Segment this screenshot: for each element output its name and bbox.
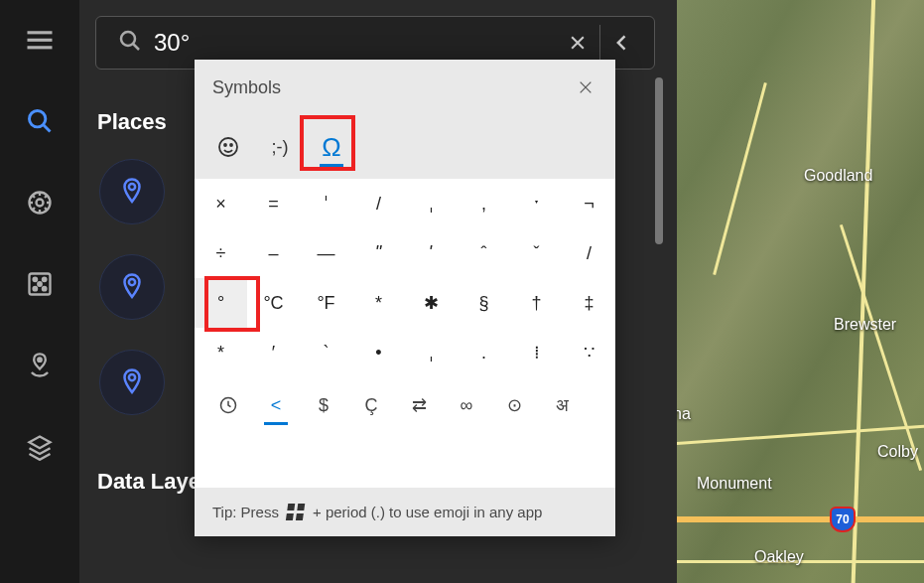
tip-bar: Tip: Press + period (.) to use emoji in … [195,488,615,536]
city-goodland: Goodland [804,167,872,185]
svg-point-11 [38,282,42,286]
symbol-cell[interactable]: ` [300,328,352,377]
tab-symbols[interactable]: Ω [308,123,355,171]
symbol-cell[interactable]: * [352,278,405,328]
popup-header: Symbols [195,60,615,115]
svg-point-3 [30,111,46,127]
svg-point-15 [129,279,135,285]
svg-point-14 [129,184,135,190]
city-colby: Colby [877,443,918,461]
category-geometric[interactable]: ⊙ [490,385,538,425]
category-language[interactable]: अ [538,385,586,425]
windows-key-icon [287,504,305,521]
place-pin[interactable] [99,254,165,320]
highway-shield: 70 [830,507,856,532]
layers-icon[interactable] [20,427,60,467]
symbol-cell[interactable]: ʺ [352,228,405,278]
symbol-cell[interactable]: § [458,278,510,328]
clear-button[interactable] [556,21,599,65]
symbol-cell[interactable]: × [195,179,247,228]
svg-point-13 [121,32,135,46]
map-road [677,516,924,522]
svg-point-19 [230,144,232,146]
symbol-cell[interactable]: * [195,328,247,377]
city-brewster: Brewster [834,316,896,334]
category-recent[interactable] [204,385,252,425]
svg-point-5 [37,200,44,207]
symbol-cell[interactable]: • [352,328,405,377]
map-canvas[interactable]: Goodland Brewster na Monument Colby Oakl… [677,0,924,583]
svg-point-12 [38,358,42,362]
close-button[interactable] [574,75,597,99]
symbol-cell[interactable]: ∵ [563,328,615,377]
symbol-cell[interactable]: °F [300,278,352,328]
symbol-cell[interactable]: . [458,328,510,377]
symbol-cell[interactable]: ˌ [405,328,458,377]
popup-scrollbar-thumb[interactable] [655,77,663,244]
map-road [840,224,922,471]
category-latin[interactable]: Ç [347,385,395,425]
svg-point-7 [34,278,38,282]
symbol-cell[interactable]: ÷ [195,228,247,278]
symbol-cell[interactable]: ′ [247,328,300,377]
category-punctuation[interactable]: < [252,385,300,425]
svg-rect-1 [28,39,53,42]
svg-point-17 [219,138,237,156]
search-input[interactable] [154,29,556,57]
city-na: na [677,405,691,423]
symbol-cell[interactable]: ʹ [405,228,458,278]
place-pin[interactable] [99,159,165,224]
symbol-cell[interactable]: / [352,179,405,228]
collapse-button[interactable] [600,21,644,65]
tip-prefix: Tip: Press [212,502,279,522]
symbol-cell[interactable]: ˌ [405,179,458,228]
symbol-cell[interactable]: – [247,228,300,278]
symbol-cell[interactable]: ˆ [458,228,510,278]
symbols-popup: Symbols ;-) Ω × = ˈ / ˌ , ˑ ¬ ÷ – — ʺ ʹ … [195,60,615,536]
map-road [713,82,767,275]
symbol-cell[interactable]: ˈ [300,179,352,228]
symbol-category-row: < $ Ç ⇄ ∞ ⊙ अ [195,377,615,433]
menu-button[interactable] [20,20,60,60]
symbol-cell[interactable]: ˇ [510,228,563,278]
category-currency[interactable]: $ [300,385,347,425]
symbol-grid-wrap: × = ˈ / ˌ , ˑ ¬ ÷ – — ʺ ʹ ˆ ˇ / ° °C °F … [195,179,615,488]
left-rail [0,0,79,583]
popup-scrollbar-track[interactable] [655,77,663,455]
tab-emoji[interactable] [204,123,252,171]
search-nav-icon[interactable] [20,101,60,141]
symbol-cell[interactable]: , [458,179,510,228]
svg-point-16 [129,374,135,380]
wheel-icon[interactable] [20,183,60,222]
symbol-cell[interactable]: ✱ [405,278,458,328]
popup-tabs: ;-) Ω [195,115,615,179]
symbol-cell[interactable]: ° [195,278,247,328]
symbol-cell[interactable]: ˑ [510,179,563,228]
symbol-grid: × = ˈ / ˌ , ˑ ¬ ÷ – — ʺ ʹ ˆ ˇ / ° °C °F … [195,179,615,377]
city-oakley: Oakley [754,548,804,566]
tab-kaomoji[interactable]: ;-) [256,123,304,171]
svg-point-8 [43,278,47,282]
search-icon [106,29,154,57]
svg-rect-0 [28,31,53,34]
dice-icon[interactable] [20,264,60,304]
symbol-cell[interactable]: ⁞ [510,328,563,377]
category-math[interactable]: ∞ [443,385,490,425]
popup-title: Symbols [212,77,281,98]
symbol-cell[interactable]: † [510,278,563,328]
pin-stack-icon[interactable] [20,346,60,385]
symbol-cell[interactable]: ¬ [563,179,615,228]
symbol-cell[interactable]: / [563,228,615,278]
category-arrows[interactable]: ⇄ [395,385,443,425]
tip-suffix: + period (.) to use emoji in any app [313,502,542,522]
city-monument: Monument [697,475,772,493]
svg-point-10 [43,287,47,291]
symbol-cell[interactable]: °C [247,278,300,328]
symbol-cell[interactable]: = [247,179,300,228]
svg-point-18 [224,144,226,146]
symbol-cell[interactable]: — [300,228,352,278]
symbol-cell[interactable]: ‡ [563,278,615,328]
place-pin[interactable] [99,350,165,415]
svg-rect-2 [28,46,53,49]
svg-point-9 [34,287,38,291]
